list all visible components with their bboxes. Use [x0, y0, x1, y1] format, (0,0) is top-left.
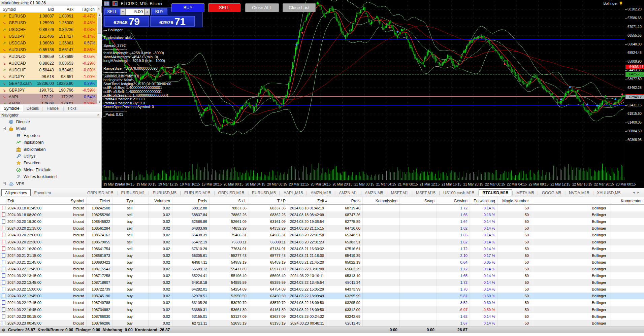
history-row[interactable]: 2024.03.22 15:00:00btcusd108722739buy0.0… — [0, 286, 644, 293]
history-row[interactable]: 2024.03.18 01:45:00btcusd108242508sell0.… — [0, 205, 644, 211]
history-row[interactable]: 2024.03.22 17:15:00btcusd108740788buy0.0… — [0, 299, 644, 306]
header-zeit[interactable]: Zeit — [7, 197, 55, 205]
history-row[interactable]: 2024.03.22 12:45:00btcusd108715543buy0.0… — [0, 266, 644, 272]
chart-area[interactable]: 68102.2067586.6567071.1066555.5566040.00… — [102, 0, 644, 188]
chart-tab-eurusd-m5[interactable]: EURUSD,M5 — [249, 190, 279, 196]
market-watch-row[interactable]: ↗EURUSD1.080871.08091-0.47% — [0, 13, 97, 20]
chart-tab-meta-m5[interactable]: META,M5 — [513, 190, 537, 196]
history-row[interactable]: 2024.03.21 21:45:00btcusd108683422buy0.0… — [0, 259, 644, 266]
market-watch-scrollbar[interactable]: ▲ ▼ — [97, 13, 102, 104]
header-magic[interactable]: Magic-Number — [498, 197, 529, 205]
market-watch-row[interactable]: ↘GER40.cash18236.0018236.800.39% — [0, 80, 97, 87]
header-ticket[interactable]: Ticket — [82, 197, 110, 205]
sidebar-item-utilitys[interactable]: Utilitys — [0, 153, 102, 160]
chart-tab-nvda-m15[interactable]: NVDA,M15 — [566, 190, 592, 196]
header-tp[interactable]: T / P — [252, 197, 286, 205]
expand-icon[interactable]: + — [3, 182, 6, 185]
tab-ticks[interactable]: Ticks — [64, 105, 80, 111]
chart-tab-msft-m1[interactable]: MSFT,M1 — [387, 190, 411, 196]
chart-tab-msft-m15[interactable]: MSFT,M15 — [413, 190, 439, 196]
history-row[interactable]: 2024.03.22 17:45:00btcusd108745190buy0.0… — [0, 293, 644, 299]
sidebar-item-bibliotheken[interactable]: Bibliotheken — [0, 146, 102, 153]
market-watch-row[interactable]: ↘AUDNZD1.086591.08699-0.05% — [0, 53, 97, 60]
history-row[interactable]: 2024.03.21 21:15:00btcusd108681973buy0.0… — [0, 252, 644, 259]
history-row[interactable]: 2024.03.20 22:00:00btcusd108574162sell0.… — [0, 232, 644, 238]
market-watch-row[interactable]: ↗USDCAD1.360601.360810.57% — [0, 40, 97, 46]
market-watch-row[interactable]: ↘GBPJPY190.751190.796-0.59% — [0, 87, 97, 94]
depth-of-market-icon[interactable] — [104, 1, 109, 7]
collapse-icon[interactable]: − — [3, 127, 6, 130]
chart-tab-gbpusd-m15[interactable]: GBPUSD,M15 — [84, 190, 117, 196]
history-row[interactable]: 2024.03.18 08:30:00btcusd108255296sell0.… — [0, 211, 644, 218]
chart-tab-btcusd-m15[interactable]: BTCUSD,M15 — [479, 189, 512, 196]
header-preis2[interactable]: Preis — [328, 197, 360, 205]
history-row[interactable]: 2024.03.20 22:30:00btcusd108579055sell0.… — [0, 239, 644, 245]
chart-tab-eurusd-m5[interactable]: EURUSD,M5 — [149, 190, 180, 196]
buy-button[interactable]: BUY — [171, 3, 204, 12]
header-preis[interactable]: Preis — [175, 197, 207, 205]
chart-tab-amzn-m15[interactable]: AMZN,M15 — [307, 190, 334, 196]
market-watch-row[interactable]: ↗USDCHF0.897260.89736-0.03% — [0, 26, 97, 33]
market-watch-row[interactable]: ↘AUDUSD0.651360.65147-0.86% — [0, 46, 97, 53]
close-last-button[interactable]: Close Last — [283, 3, 316, 12]
buy-button[interactable]: BUY — [151, 8, 167, 15]
market-watch-row[interactable]: ↘USDJPY151.406151.427-0.14% — [0, 33, 97, 40]
history-row[interactable]: 2024.03.20 21:15:00btcusd108561284sell0.… — [0, 225, 644, 232]
scroll-thumb[interactable] — [98, 18, 101, 34]
col-daily[interactable]: Täglich — [75, 6, 95, 13]
history-row[interactable]: 2024.03.23 00:15:00btcusd108766030buy0.0… — [0, 313, 644, 320]
scroll-up-icon[interactable]: ▲ — [97, 13, 102, 17]
market-watch-row[interactable]: ↘AUDCAD0.886220.88653-0.29% — [0, 60, 97, 67]
header-swap[interactable]: Swap — [401, 197, 434, 205]
col-ask[interactable]: Ask — [55, 6, 73, 13]
chart-tab-us100-cash-m15[interactable]: US100.cash,M15 — [440, 190, 478, 196]
market-watch-row[interactable]: ↗AMZN178.94179.01-0.29% — [0, 100, 97, 104]
navigator-close-icon[interactable]: × — [96, 113, 100, 117]
buy-price-panel[interactable]: 62976 71 — [150, 16, 195, 27]
header-zeit2[interactable]: Zeit — [286, 197, 324, 205]
sidebar-item-favoriten[interactable]: Favoriten — [0, 160, 102, 166]
sidebar-item-meine-eink-ufe[interactable]: Meine Einkäufe — [0, 167, 102, 173]
volume-increase-button[interactable]: ▲ — [144, 8, 150, 15]
tab-favoriten[interactable]: Favoriten — [31, 190, 54, 196]
one-click-trading-icon[interactable] — [112, 1, 118, 7]
col-bid[interactable]: Bid — [30, 6, 54, 13]
header-entwicklung[interactable]: Entwicklung — [470, 197, 495, 205]
sidebar-item-dienste[interactable]: Dienste — [0, 119, 102, 125]
market-watch-row[interactable]: ↘AAPL172.21172.290.54% — [0, 94, 97, 100]
market-watch-row[interactable]: ↗AUDCHF0.584430.58462-0.89% — [0, 67, 97, 73]
sidebar-item-vps[interactable]: +VPS — [0, 180, 102, 187]
header-kommentar[interactable]: Kommentar — [574, 197, 642, 205]
sell-button[interactable]: SELL — [208, 3, 240, 12]
chart-tab-gbpusd-m15[interactable]: GBPUSD,M15 — [215, 190, 248, 196]
chart-tab-eurusd-m15[interactable]: EURUSD,M15 — [181, 190, 214, 196]
tab-handel[interactable]: Handel — [43, 105, 63, 111]
header-symbol[interactable]: Symbol — [57, 197, 84, 205]
history-row[interactable]: 2024.03.23 00:45:00btcusd108766286buy0.0… — [0, 320, 644, 327]
history-row[interactable]: 2024.03.22 13:45:00btcusd108718607buy0.0… — [0, 279, 644, 286]
status-plus-icon[interactable]: ⊕ — [2, 327, 5, 333]
tab-allgemeines[interactable]: Allgemeines — [1, 189, 31, 196]
market-watch-close-icon[interactable]: × — [97, 7, 101, 11]
header-volumen[interactable]: Volumen — [147, 197, 170, 205]
chart-tab-eurusd-m1[interactable]: EURUSD,M1 — [118, 190, 148, 196]
sidebar-item-wie-es-funktioniert[interactable]: Wie es funktioniert — [0, 173, 102, 180]
history-row[interactable]: 2024.03.22 16:45:00btcusd108734982buy0.0… — [0, 306, 644, 313]
header-sl[interactable]: S / L — [213, 197, 247, 205]
market-watch-row[interactable]: ↘GBPUSD1.259901.26000-0.45% — [0, 20, 97, 26]
history-row[interactable]: 2024.03.20 19:30:00btcusd108545922buy0.0… — [0, 218, 644, 225]
volume-input[interactable]: 5.00 — [126, 8, 144, 15]
chart-tab-xauusd-m5[interactable]: XAUUSD,M5 — [593, 190, 624, 196]
chart-tab-amzn-m5[interactable]: AMZN,M5 — [361, 190, 386, 196]
header-typ[interactable]: Typ — [120, 197, 140, 205]
volume-decrease-button[interactable]: ▼ — [120, 8, 126, 15]
chart-tab-aapl-m15[interactable]: AAPL,M15 — [280, 190, 306, 196]
header-gewinn[interactable]: Gewinn — [437, 197, 468, 205]
sell-button[interactable]: SELL — [104, 8, 120, 15]
history-row[interactable]: 2024.03.21 16:30:00btcusd108641754sell0.… — [0, 245, 644, 252]
sidebar-item-indikatoren[interactable]: Indikatoren — [0, 139, 102, 146]
tab-symbole[interactable]: Symbole — [0, 105, 23, 111]
market-watch-row[interactable]: ↘AUDJPY98.61898.651-1.00% — [0, 73, 97, 80]
sell-price-panel[interactable]: 62948 79 — [104, 16, 149, 27]
sidebar-item-markt[interactable]: −Markt — [0, 125, 102, 132]
